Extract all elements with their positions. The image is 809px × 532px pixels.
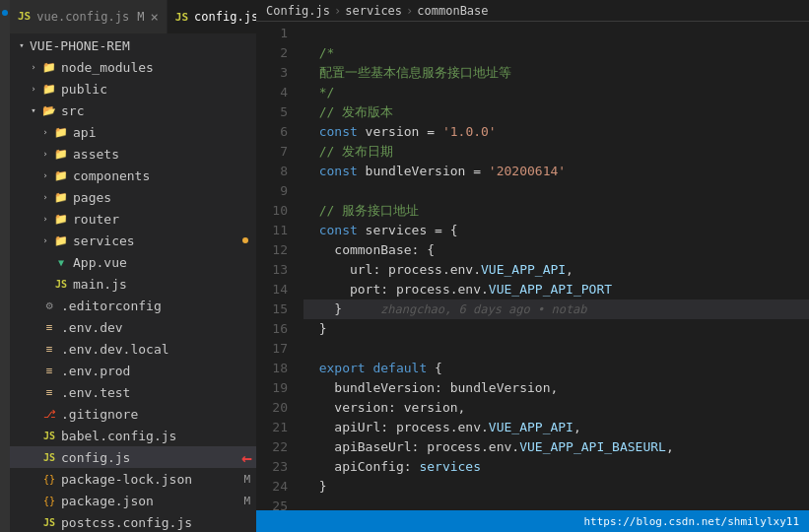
breadcrumb-commonbase: commonBase [417,4,488,18]
js-icon-babel: JS [41,428,57,443]
code-line-7: // 发布日期 [303,142,809,162]
code-line-1 [303,24,809,43]
tree-router[interactable]: › 📁 router [10,208,256,230]
code-line-17 [303,339,809,359]
tree-services[interactable]: › 📁 services [10,230,256,251]
components-label: components [73,168,150,183]
tree-env-test[interactable]: ≡ .env.test [10,381,256,403]
babel-label: babel.config.js [61,429,176,443]
package-json-badge: M [243,495,250,507]
sidebar: JS vue.config.js M × JS config.js × ▾ VU… [10,0,256,532]
assets-label: assets [73,147,119,162]
tree-api[interactable]: › 📁 api [10,121,256,143]
postcss-label: postcss.config.js [61,515,192,530]
tree-node-modules[interactable]: › 📁 node_modules [10,56,256,78]
code-line-14: port: process.env.VUE_APP_API_PORT [303,280,809,299]
folder-icon-pages: 📁 [53,189,69,205]
api-label: api [73,125,96,140]
config-js-label: config.js [61,450,130,465]
tab-close-icon[interactable]: × [150,9,158,25]
code-line-24: } [303,477,809,497]
code-line-5: // 发布版本 [303,102,809,122]
code-line-2: /* [303,43,809,63]
code-line-11: const services = { [303,221,809,240]
tab-vue-config[interactable]: JS vue.config.js M × [10,0,168,33]
tree-config-js[interactable]: JS config.js ← [10,446,256,468]
package-lock-badge: M [243,473,250,486]
env-dev-local-label: .env.dev.local [61,342,169,357]
code-line-12: commonBase: { [303,240,809,260]
folder-icon-src: 📂 [41,102,57,118]
gear-icon: ⚙ [41,298,57,313]
json-icon-package: {} [41,493,57,508]
code-line-23: apiConfig: services [303,457,809,477]
app-vue-label: App.vue [73,255,127,270]
env-prod-label: .env.prod [61,364,130,378]
code-line-3: 配置一些基本信息服务接口地址等 [303,63,809,83]
js-icon-2: JS [175,11,188,24]
folder-arrow-assets: › [37,146,53,162]
code-content[interactable]: /* 配置一些基本信息服务接口地址等 */ // 发布版本 const vers… [296,22,809,510]
env-test-label: .env.test [61,385,130,400]
main-js-label: main.js [73,277,127,292]
file-tree: ▾ VUE-PHONE-REM › 📁 node_modules › 📁 pub… [10,34,256,532]
code-line-13: url: process.env.VUE_APP_API, [303,260,809,280]
tree-public[interactable]: › 📁 public [10,78,256,100]
breadcrumb-sep-1: › [334,4,341,18]
folder-icon-services: 📁 [53,233,69,248]
tree-postcss[interactable]: JS postcss.config.js [10,511,256,532]
env-icon-prod: ≡ [41,363,57,378]
code-line-21: apiUrl: process.env.VUE_APP_API, [303,418,809,437]
breadcrumb-services: services [345,4,402,18]
code-line-6: const version = '1.0.0' [303,122,809,142]
tree-package-lock[interactable]: {} package-lock.json M [10,468,256,490]
code-line-19: bundleVersion: bundleVersion, [303,378,809,398]
gitignore-label: .gitignore [61,407,138,422]
vue-icon: ▼ [53,254,69,270]
js-icon-postcss: JS [41,514,57,530]
folder-icon-components: 📁 [53,167,69,183]
env-icon-dev-local: ≡ [41,341,57,357]
env-dev-label: .env.dev [61,320,123,335]
tree-env-dev[interactable]: ≡ .env.dev [10,316,256,338]
code-line-9 [303,181,809,201]
js-icon: JS [18,10,31,23]
folder-arrow-api: › [37,124,53,140]
tree-package-json[interactable]: {} package.json M [10,490,256,511]
expand-arrow: ▾ [14,37,30,53]
js-file-icon: JS [53,276,69,292]
tree-env-dev-local[interactable]: ≡ .env.dev.local [10,338,256,360]
src-label: src [61,103,84,118]
tab-config[interactable]: JS config.js × [168,0,256,33]
activity-bar [0,0,10,532]
tree-assets[interactable]: › 📁 assets [10,143,256,165]
package-lock-label: package-lock.json [61,472,192,487]
folder-icon: 📁 [41,59,57,75]
line-numbers: 1 2 3 4 5 6 7 8 9 10 11 12 13 14 15 16 1… [256,22,296,510]
pages-label: pages [73,190,111,205]
json-icon-lock: {} [41,471,57,487]
tree-pages[interactable]: › 📁 pages [10,186,256,208]
code-line-4: */ [303,83,809,102]
env-icon-dev: ≡ [41,319,57,335]
tree-src[interactable]: ▾ 📂 src [10,100,256,121]
env-icon-test: ≡ [41,384,57,400]
folder-arrow-pages: › [37,189,53,205]
tree-editorconfig[interactable]: ⚙ .editorconfig [10,295,256,316]
folder-arrow-public: › [26,81,41,97]
tree-components[interactable]: › 📁 components [10,165,256,186]
code-line-8: const bundleVersion = '20200614' [303,162,809,181]
tree-env-prod[interactable]: ≡ .env.prod [10,360,256,381]
node-modules-label: node_modules [61,60,154,75]
code-line-15: } zhangchao, 6 days ago • notab [303,299,809,319]
tab-label: vue.config.js [36,10,129,24]
code-line-22: apiBaseUrl: process.env.VUE_APP_API_BASE… [303,437,809,457]
folder-arrow-src: ▾ [26,102,41,118]
tree-babel-config[interactable]: JS babel.config.js [10,425,256,446]
breadcrumb: Config.js › services › commonBase [256,0,809,22]
tree-root[interactable]: ▾ VUE-PHONE-REM [10,34,256,56]
tree-app-vue[interactable]: ▼ App.vue [10,251,256,273]
tree-main-js[interactable]: JS main.js [10,273,256,295]
tree-gitignore[interactable]: ⎇ .gitignore [10,403,256,425]
services-modified-dot [242,237,248,243]
